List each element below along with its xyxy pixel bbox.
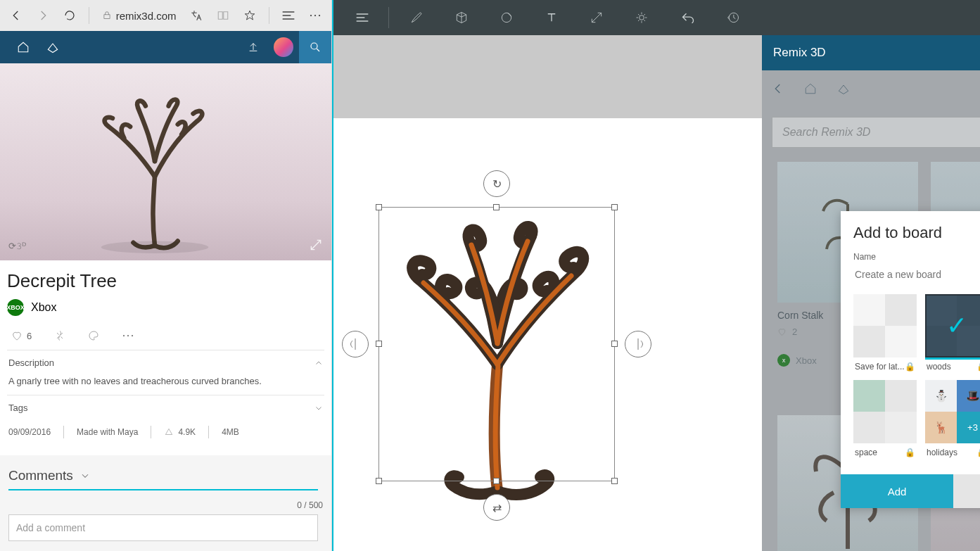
- left-browser-panel: remix3d.com: [0, 0, 332, 551]
- favorite-button[interactable]: [238, 3, 262, 28]
- comments-toggle[interactable]: Comments: [8, 468, 323, 483]
- divider: [89, 7, 89, 24]
- stickers-tool[interactable]: [485, 0, 528, 35]
- xbox-icon: XBOX: [7, 299, 24, 316]
- comment-count: 0 / 500: [8, 500, 323, 510]
- url-text: remix3d.com: [116, 10, 177, 22]
- menu-button[interactable]: [341, 0, 384, 35]
- translate-button[interactable]: [185, 3, 209, 28]
- view-3d-icon[interactable]: ⟳𝟹ᴰ: [8, 241, 26, 252]
- divider: [269, 7, 269, 24]
- selection-box[interactable]: [378, 207, 615, 481]
- svg-point-10: [639, 15, 644, 20]
- author-name: Xbox: [31, 301, 56, 314]
- svg-point-5: [101, 241, 209, 253]
- add-button[interactable]: Add: [841, 474, 953, 508]
- board-grid: Save for lat...🔒 ✓ woods🔒 space🔒 ⛄: [853, 294, 980, 457]
- author-row[interactable]: XBOX Xbox: [7, 299, 324, 316]
- home-button[interactable]: [8, 31, 38, 63]
- remix-button[interactable]: [54, 330, 65, 341]
- svg-point-1: [310, 15, 312, 16]
- dialog-title: Add to board: [853, 224, 980, 242]
- description-text: A gnarly tree with no leaves and treache…: [8, 375, 323, 388]
- community-button[interactable]: [38, 31, 68, 63]
- svg-rect-0: [104, 15, 110, 19]
- palette-button[interactable]: [88, 330, 99, 341]
- paint3d-panel: ↻ ⇄: [332, 0, 762, 551]
- canvas[interactable]: ↻ ⇄: [333, 118, 762, 551]
- browser-toolbar: remix3d.com: [0, 0, 331, 31]
- lock-icon: 🔒: [905, 448, 915, 457]
- brush-tool[interactable]: [395, 0, 438, 35]
- rotate-y-left-handle[interactable]: [342, 331, 369, 357]
- check-icon: ✓: [925, 294, 980, 357]
- svg-point-6: [123, 335, 125, 336]
- canvas-area[interactable]: ↻ ⇄: [333, 35, 762, 551]
- model-info: Decrepit Tree XBOX Xbox 6 Description A …: [0, 260, 331, 455]
- board-woods[interactable]: ✓ woods🔒: [925, 294, 980, 372]
- slide-handle[interactable]: ⇄: [483, 494, 510, 521]
- expand-icon[interactable]: [309, 238, 323, 252]
- hub-button[interactable]: [276, 3, 300, 28]
- new-board-input[interactable]: [853, 265, 980, 284]
- text-tool[interactable]: [530, 0, 573, 35]
- board-space[interactable]: space🔒: [853, 380, 917, 457]
- made-with: Made with Maya: [77, 427, 138, 437]
- tags-toggle[interactable]: Tags: [8, 403, 323, 413]
- canvas-tool[interactable]: [575, 0, 618, 35]
- name-label: Name: [853, 252, 980, 262]
- effects-tool[interactable]: [620, 0, 663, 35]
- board-holidays[interactable]: ⛄ 🎩 🦌 +3 holidays🔒: [925, 380, 980, 457]
- right-panel: Remix 3D Upload limit 3.7 M Search Remix…: [762, 0, 980, 551]
- dialog-actions: Add Cancel: [841, 474, 980, 508]
- file-size: 4MB: [222, 427, 239, 437]
- remix-body: Search Remix 3D Corn Stalk 2 XXbox Add: [762, 70, 980, 551]
- tags-section: Tags: [7, 395, 324, 420]
- paint-toolbar: [333, 0, 762, 35]
- rotate-z-handle[interactable]: ↻: [483, 170, 510, 197]
- comment-input[interactable]: Add a comment: [8, 514, 318, 541]
- like-button[interactable]: 6: [11, 330, 32, 341]
- reading-view-button[interactable]: [211, 3, 235, 28]
- refresh-button[interactable]: [58, 3, 82, 28]
- user-avatar[interactable]: [274, 37, 293, 57]
- rotate-y-right-handle[interactable]: [625, 331, 651, 357]
- remix-panel-header: Remix 3D Upload limit 3.7 M: [762, 35, 980, 70]
- lock-icon: 🔒: [976, 362, 980, 372]
- app-header: [0, 31, 331, 63]
- lock-icon: 🔒: [905, 362, 915, 372]
- svg-point-2: [314, 15, 316, 16]
- chevron-down-icon: [314, 404, 323, 412]
- svg-point-4: [311, 43, 317, 49]
- new-board-row: +: [853, 265, 980, 284]
- svg-point-3: [319, 15, 320, 16]
- chevron-up-icon: [314, 359, 323, 367]
- action-row: 6: [7, 327, 324, 350]
- forward-button[interactable]: [31, 3, 55, 28]
- views: 4.9K: [164, 427, 196, 437]
- description-toggle[interactable]: Description: [8, 357, 323, 368]
- toolbar-extension: [762, 0, 980, 35]
- remix-title: Remix 3D: [773, 46, 826, 60]
- search-button[interactable]: [299, 31, 331, 63]
- meta-footer: 09/09/2016 Made with Maya 4.9K 4MB: [7, 420, 324, 450]
- back-button[interactable]: [4, 3, 28, 28]
- board-save-for-later[interactable]: Save for lat...🔒: [853, 294, 917, 372]
- lock-icon: 🔒: [976, 448, 980, 457]
- description-section: Description A gnarly tree with no leaves…: [7, 350, 324, 395]
- model-more-button[interactable]: [122, 334, 134, 338]
- more-button[interactable]: [303, 3, 327, 28]
- hero-image: ⟳𝟹ᴰ: [0, 63, 331, 260]
- cancel-button[interactable]: Cancel: [953, 474, 980, 508]
- history-button[interactable]: [711, 0, 755, 35]
- address-bar[interactable]: remix3d.com: [96, 10, 182, 22]
- upload-button[interactable]: [238, 31, 268, 63]
- svg-point-7: [127, 335, 129, 336]
- tree-illustration: [77, 84, 232, 253]
- model-title: Decrepit Tree: [7, 270, 324, 292]
- chevron-down-icon: [80, 471, 90, 481]
- 3d-shapes-tool[interactable]: [440, 0, 483, 35]
- svg-point-9: [502, 13, 511, 22]
- undo-button[interactable]: [666, 0, 710, 35]
- more-count: +3: [957, 412, 980, 443]
